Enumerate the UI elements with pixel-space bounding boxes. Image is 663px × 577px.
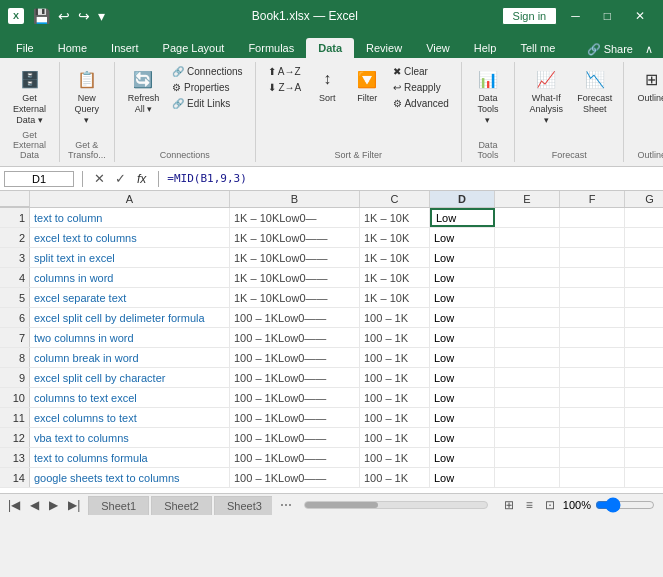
filter-button[interactable]: 🔽 Filter <box>349 64 385 106</box>
cell-g[interactable] <box>625 428 663 447</box>
outline-button[interactable]: ⊞ Outline <box>632 64 663 106</box>
maximize-button[interactable]: □ <box>594 5 621 27</box>
share-button[interactable]: 🔗 Share <box>581 41 639 58</box>
cell-b[interactable]: 100 – 1KLow0—— <box>230 308 360 327</box>
cell-b[interactable]: 100 – 1KLow0—— <box>230 408 360 427</box>
col-header-c[interactable]: C <box>360 191 430 207</box>
get-external-data-button[interactable]: 🗄️ Get ExternalData ▾ <box>8 64 51 128</box>
col-header-g[interactable]: G <box>625 191 663 207</box>
cell-b[interactable]: 1K – 10KLow0—— <box>230 268 360 287</box>
cell-g[interactable] <box>625 288 663 307</box>
scroll-options-button[interactable]: ⋯ <box>276 496 296 514</box>
cell-d[interactable]: Low <box>430 428 495 447</box>
tab-first-button[interactable]: |◀ <box>4 496 24 514</box>
cell-e[interactable] <box>495 448 560 467</box>
cell-e[interactable] <box>495 408 560 427</box>
cell-g[interactable] <box>625 448 663 467</box>
cell-a[interactable]: text to columns formula <box>30 448 230 467</box>
what-if-button[interactable]: 📈 What-IfAnalysis ▾ <box>523 64 570 128</box>
zoom-slider[interactable] <box>595 497 655 513</box>
tab-insert[interactable]: Insert <box>99 38 151 58</box>
col-header-f[interactable]: F <box>560 191 625 207</box>
cell-c[interactable]: 1K – 10K <box>360 248 430 267</box>
cell-f[interactable] <box>560 268 625 287</box>
cell-d[interactable]: Low <box>430 288 495 307</box>
cell-f[interactable] <box>560 308 625 327</box>
tab-review[interactable]: Review <box>354 38 414 58</box>
tab-tell-me[interactable]: Tell me <box>508 38 567 58</box>
cell-a[interactable]: columns to text excel <box>30 388 230 407</box>
cell-d[interactable]: Low <box>430 348 495 367</box>
cell-g[interactable] <box>625 268 663 287</box>
refresh-all-button[interactable]: 🔄 RefreshAll ▾ <box>123 64 165 118</box>
cell-a[interactable]: excel split cell by delimeter formula <box>30 308 230 327</box>
cell-c[interactable]: 100 – 1K <box>360 428 430 447</box>
cell-e[interactable] <box>495 328 560 347</box>
tab-last-button[interactable]: ▶| <box>64 496 84 514</box>
name-box[interactable]: D1 <box>4 171 74 187</box>
col-header-d[interactable]: D <box>430 191 495 207</box>
cell-d[interactable]: Low <box>430 328 495 347</box>
forecast-sheet-button[interactable]: 📉 ForecastSheet <box>574 64 616 118</box>
redo-button[interactable]: ↪ <box>75 6 93 26</box>
cell-f[interactable] <box>560 368 625 387</box>
cell-f[interactable] <box>560 388 625 407</box>
cell-e[interactable] <box>495 348 560 367</box>
cell-f[interactable] <box>560 208 625 227</box>
cell-d[interactable]: Low <box>430 208 495 227</box>
cell-c[interactable]: 1K – 10K <box>360 288 430 307</box>
tab-sheet1[interactable]: Sheet1 <box>88 496 149 515</box>
cell-f[interactable] <box>560 228 625 247</box>
tab-data[interactable]: Data <box>306 38 354 58</box>
cell-e[interactable] <box>495 288 560 307</box>
cell-f[interactable] <box>560 328 625 347</box>
cell-f[interactable] <box>560 248 625 267</box>
cell-e[interactable] <box>495 248 560 267</box>
cell-d[interactable]: Low <box>430 388 495 407</box>
cell-b[interactable]: 1K – 10KLow0— <box>230 208 360 227</box>
cell-g[interactable] <box>625 408 663 427</box>
signin-button[interactable]: Sign in <box>502 7 558 25</box>
undo-button[interactable]: ↩ <box>55 6 73 26</box>
tab-help[interactable]: Help <box>462 38 509 58</box>
col-header-b[interactable]: B <box>230 191 360 207</box>
cell-c[interactable]: 100 – 1K <box>360 368 430 387</box>
data-tools-button[interactable]: 📊 DataTools ▾ <box>470 64 506 128</box>
cell-b[interactable]: 100 – 1KLow0—— <box>230 468 360 487</box>
cell-e[interactable] <box>495 368 560 387</box>
cell-d[interactable]: Low <box>430 468 495 487</box>
tab-sheet3[interactable]: Sheet3 <box>214 496 272 515</box>
cell-b[interactable]: 100 – 1KLow0—— <box>230 328 360 347</box>
cell-c[interactable]: 100 – 1K <box>360 308 430 327</box>
sort-az-button[interactable]: ⬆ A→Z <box>264 64 306 79</box>
tab-prev-button[interactable]: ◀ <box>26 496 43 514</box>
sort-za-button[interactable]: ⬇ Z→A <box>264 80 306 95</box>
cell-g[interactable] <box>625 228 663 247</box>
cell-b[interactable]: 1K – 10KLow0—— <box>230 248 360 267</box>
cell-c[interactable]: 100 – 1K <box>360 328 430 347</box>
cell-b[interactable]: 100 – 1KLow0—— <box>230 388 360 407</box>
cell-f[interactable] <box>560 288 625 307</box>
cell-d[interactable]: Low <box>430 368 495 387</box>
edit-links-button[interactable]: 🔗 Edit Links <box>168 96 246 111</box>
cell-g[interactable] <box>625 248 663 267</box>
cell-c[interactable]: 100 – 1K <box>360 448 430 467</box>
tab-sheet2[interactable]: Sheet2 <box>151 496 212 515</box>
cell-c[interactable]: 1K – 10K <box>360 228 430 247</box>
cell-d[interactable]: Low <box>430 448 495 467</box>
cell-a[interactable]: column break in word <box>30 348 230 367</box>
cell-g[interactable] <box>625 208 663 227</box>
save-button[interactable]: 💾 <box>30 6 53 26</box>
cell-a[interactable]: excel separate text <box>30 288 230 307</box>
cell-a[interactable]: split text in excel <box>30 248 230 267</box>
fit-page-button[interactable]: ⊞ <box>500 496 518 514</box>
cell-f[interactable] <box>560 348 625 367</box>
cell-a[interactable]: google sheets text to columns <box>30 468 230 487</box>
cell-a[interactable]: excel columns to text <box>30 408 230 427</box>
cell-c[interactable]: 100 – 1K <box>360 388 430 407</box>
cell-a[interactable]: excel text to columns <box>30 228 230 247</box>
cell-a[interactable]: two columns in word <box>30 328 230 347</box>
normal-view-button[interactable]: ≡ <box>522 496 537 514</box>
sort-button[interactable]: ↕ Sort <box>309 64 345 106</box>
tab-home[interactable]: Home <box>46 38 99 58</box>
